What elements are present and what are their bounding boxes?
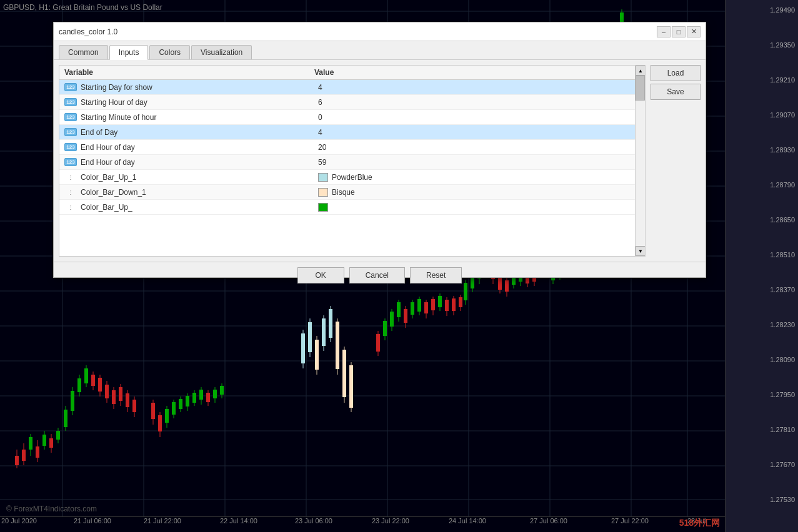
table-container: Variable Value 123 Starting Day for show… <box>59 65 646 257</box>
ok-button[interactable]: OK <box>297 267 344 283</box>
minimize-button[interactable]: – <box>657 26 671 37</box>
load-button[interactable]: Load <box>651 65 701 81</box>
table-row[interactable]: 123 End Hour of day 59 <box>59 155 645 170</box>
titlebar-controls: – □ ✕ <box>657 26 701 37</box>
close-button[interactable]: ✕ <box>687 26 701 37</box>
svg-rect-84 <box>301 333 305 363</box>
price-label-13: 1.27810 <box>770 426 795 433</box>
xaxis-label-2: 21 Jul 06:00 <box>74 517 111 525</box>
row-value-7: Bisque <box>318 188 640 197</box>
col-value-header: Value <box>314 68 630 77</box>
price-label-10: 1.28230 <box>770 321 795 328</box>
row-value-0: 4 <box>318 83 640 92</box>
tab-common[interactable]: Common <box>59 45 108 59</box>
svg-rect-94 <box>336 322 339 369</box>
color-swatch-6 <box>318 173 328 182</box>
svg-rect-92 <box>329 309 332 338</box>
svg-rect-54 <box>112 390 116 404</box>
tab-colors[interactable]: Colors <box>149 45 190 59</box>
row-icon-4: 123 <box>64 142 77 152</box>
price-label-11: 1.28090 <box>770 356 795 363</box>
table-row[interactable]: 123 Starting Minute of hour 0 <box>59 110 645 125</box>
icon-123: 123 <box>64 98 76 106</box>
price-label-1: 1.29490 <box>770 6 795 14</box>
svg-rect-48 <box>91 375 95 386</box>
tab-inputs[interactable]: Inputs <box>109 45 149 60</box>
row-name-8: Color_Bar_Up_ <box>81 203 318 212</box>
row-icon-0: 123 <box>64 82 77 92</box>
reset-button[interactable]: Reset <box>410 267 462 283</box>
price-label-2: 1.29350 <box>770 41 795 49</box>
table-row[interactable]: 123 Starting Day for show 4 <box>59 80 645 95</box>
svg-rect-108 <box>404 309 407 323</box>
table-scroll[interactable]: 123 Starting Day for show 4 123 Starting… <box>59 80 645 254</box>
watermark: 518外汇网 <box>679 518 720 529</box>
row-icon-5: 123 <box>64 157 77 167</box>
price-label-15: 1.27530 <box>770 496 795 503</box>
scroll-up-arrow[interactable]: ▲ <box>636 66 646 76</box>
svg-rect-114 <box>424 302 428 313</box>
save-button[interactable]: Save <box>651 84 701 100</box>
copyright: © ForexMT4Indicators.com <box>6 505 97 513</box>
icon-dots: ⋮ <box>67 189 74 195</box>
icon-dots: ⋮ <box>67 174 74 180</box>
price-label-5: 1.28930 <box>770 146 795 154</box>
xaxis-label-7: 24 Jul 14:00 <box>449 517 486 525</box>
table-row[interactable]: 123 End Hour of day 20 <box>59 140 645 155</box>
content: Variable Value 123 Starting Day for show… <box>54 60 706 262</box>
row-name-5: End Hour of day <box>81 158 318 167</box>
svg-rect-72 <box>186 396 189 406</box>
table-row[interactable]: 123 End of Day 4 <box>59 125 645 140</box>
xaxis-label-3: 21 Jul 22:00 <box>144 517 181 525</box>
tab-visualization[interactable]: Visualization <box>191 45 252 59</box>
scrollbar-thumb[interactable] <box>635 76 645 101</box>
row-value-2: 0 <box>318 113 640 122</box>
price-label-3: 1.29210 <box>770 76 795 84</box>
side-buttons: Load Save <box>651 65 701 257</box>
svg-rect-64 <box>158 415 162 431</box>
svg-rect-40 <box>64 410 67 427</box>
svg-rect-112 <box>417 299 421 312</box>
scrollbar[interactable]: ▲ ▼ <box>635 66 645 256</box>
svg-rect-62 <box>151 403 155 419</box>
xaxis-label-8: 27 Jul 06:00 <box>530 517 567 525</box>
table-row[interactable]: ⋮ Color_Bar_Up_ <box>59 200 645 215</box>
xaxis-label-5: 23 Jul 06:00 <box>295 517 332 525</box>
row-name-0: Starting Day for show <box>81 83 318 92</box>
row-name-3: End of Day <box>81 128 318 137</box>
svg-rect-42 <box>71 391 74 411</box>
table-row[interactable]: ⋮ Color_Bar_Up_1 PowderBlue <box>59 170 645 185</box>
col-variable-header: Variable <box>64 68 314 77</box>
price-label-9: 1.28370 <box>770 286 795 293</box>
svg-rect-74 <box>192 393 196 403</box>
cancel-button[interactable]: Cancel <box>349 267 405 283</box>
row-value-8 <box>318 203 640 212</box>
scroll-down-arrow[interactable]: ▼ <box>636 246 646 256</box>
row-name-6: Color_Bar_Up_1 <box>81 173 318 182</box>
svg-rect-30 <box>29 437 32 450</box>
row-value-4: 20 <box>318 143 640 152</box>
price-label-4: 1.29070 <box>770 111 795 119</box>
svg-rect-118 <box>438 296 442 307</box>
row-icon-6: ⋮ <box>64 172 77 182</box>
bottom-buttons: OK Cancel Reset <box>54 262 706 288</box>
svg-rect-66 <box>165 409 169 423</box>
row-name-4: End Hour of day <box>81 143 318 152</box>
tabs: Common Inputs Colors Visualization <box>54 41 706 60</box>
svg-rect-36 <box>49 438 53 448</box>
price-axis: 1.29490 1.29350 1.29210 1.29070 1.28930 … <box>725 0 798 532</box>
svg-rect-52 <box>105 385 109 398</box>
maximize-button[interactable]: □ <box>672 26 686 37</box>
table-row[interactable]: 123 Starting Hour of day 6 <box>59 95 645 110</box>
svg-rect-46 <box>84 368 88 383</box>
price-label-14: 1.27670 <box>770 461 795 468</box>
svg-rect-28 <box>22 450 26 461</box>
svg-rect-100 <box>376 334 380 352</box>
svg-rect-76 <box>199 390 203 400</box>
xaxis-label-6: 23 Jul 22:00 <box>372 517 409 525</box>
table-row[interactable]: ⋮ Color_Bar_Down_1 Bisque <box>59 185 645 200</box>
svg-rect-124 <box>459 297 462 307</box>
svg-rect-106 <box>397 302 401 317</box>
row-name-2: Starting Minute of hour <box>81 113 318 122</box>
row-value-1: 6 <box>318 98 640 107</box>
